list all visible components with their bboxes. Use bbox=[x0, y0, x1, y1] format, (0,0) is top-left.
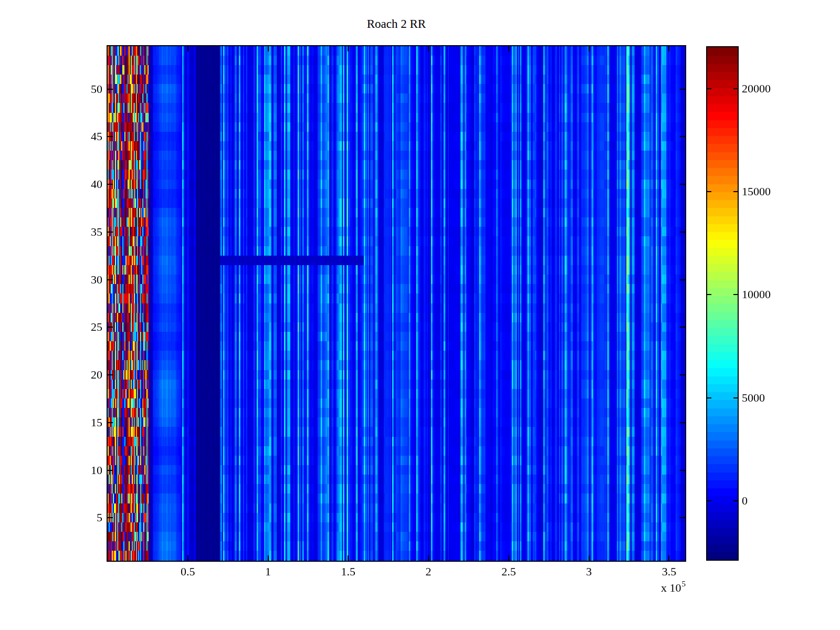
y-tick-label: 20 bbox=[66, 368, 102, 382]
exponent-prefix: x 10 bbox=[661, 581, 681, 594]
x-tick-label: 3.5 bbox=[645, 565, 692, 579]
exponent-value: 5 bbox=[682, 580, 686, 588]
x-tick-label: 2 bbox=[405, 565, 452, 579]
colorbar-tick-label: 0 bbox=[742, 494, 748, 508]
colorbar-tick-label: 5000 bbox=[742, 391, 765, 405]
colorbar-tick-label: 20000 bbox=[742, 82, 771, 96]
y-tick-label: 40 bbox=[66, 177, 102, 191]
colorbar-tick-label: 15000 bbox=[742, 185, 771, 198]
x-tick-label: 3 bbox=[565, 565, 613, 579]
y-tick-label: 25 bbox=[66, 320, 102, 334]
x-tick-label: 2.5 bbox=[485, 565, 532, 579]
x-axis-exponent-label: x 105 bbox=[604, 581, 685, 595]
heatmap-canvas bbox=[108, 46, 685, 561]
chart-title: Roach 2 RR bbox=[108, 17, 685, 31]
y-tick-label: 30 bbox=[66, 273, 102, 287]
figure-window: Roach 2 RR 0.511.522.533.5 5101520253035… bbox=[0, 0, 840, 630]
x-tick-label: 0.5 bbox=[164, 565, 212, 579]
y-tick-label: 10 bbox=[66, 464, 102, 477]
y-tick-label: 35 bbox=[66, 225, 102, 239]
y-tick-label: 15 bbox=[66, 416, 102, 429]
x-tick-label: 1 bbox=[245, 565, 292, 579]
y-tick-label: 45 bbox=[66, 130, 102, 143]
colorbar bbox=[706, 46, 739, 561]
colorbar-canvas bbox=[707, 47, 738, 560]
plot-area bbox=[107, 45, 686, 562]
y-tick-label: 50 bbox=[66, 82, 102, 96]
x-tick-label: 1.5 bbox=[324, 565, 372, 579]
y-tick-label: 5 bbox=[66, 511, 102, 524]
colorbar-tick-label: 10000 bbox=[742, 288, 771, 301]
